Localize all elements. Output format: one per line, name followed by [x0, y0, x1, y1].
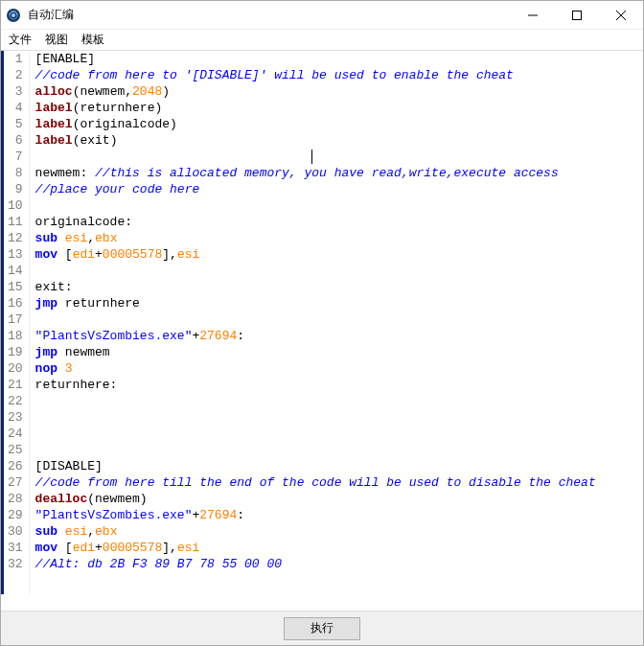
- code-line[interactable]: [35, 311, 596, 328]
- app-icon: [5, 7, 22, 24]
- code-line[interactable]: returnhere:: [35, 377, 596, 393]
- code-line[interactable]: label(returnhere): [35, 100, 596, 116]
- code-line[interactable]: mov [edi+00005578],esi: [35, 540, 596, 556]
- code-line[interactable]: exit:: [35, 279, 596, 295]
- code-line[interactable]: [DISABLE]: [35, 458, 596, 474]
- window-controls: [511, 1, 643, 30]
- maximize-button[interactable]: [555, 1, 599, 30]
- text-caret: [311, 150, 312, 164]
- code-line[interactable]: [35, 442, 596, 458]
- code-line[interactable]: jmp returnhere: [35, 295, 596, 311]
- code-line[interactable]: nop 3: [35, 360, 596, 377]
- bottom-bar: 执行: [1, 611, 643, 645]
- code-line[interactable]: //code from here till the end of the cod…: [35, 474, 596, 491]
- titlebar: 自动汇编: [1, 1, 643, 30]
- code-line[interactable]: [35, 426, 596, 442]
- editor-wrap: 1234567891011121314151617181920212223242…: [1, 51, 643, 611]
- menu-file[interactable]: 文件: [9, 32, 32, 48]
- code-line[interactable]: jmp newmem: [35, 344, 596, 360]
- code-line[interactable]: sub esi,ebx: [35, 523, 596, 540]
- code-line[interactable]: newmem: //this is allocated memory, you …: [35, 165, 596, 181]
- code-line[interactable]: [35, 393, 596, 409]
- code-area[interactable]: [ENABLE]//code from here to '[DISABLE]' …: [30, 51, 602, 594]
- code-line[interactable]: originalcode:: [35, 214, 596, 230]
- code-line[interactable]: [35, 263, 596, 279]
- code-line[interactable]: "PlantsVsZombies.exe"+27694:: [35, 507, 596, 523]
- code-line[interactable]: [35, 197, 596, 214]
- line-gutter: 1234567891011121314151617181920212223242…: [4, 51, 30, 594]
- code-line[interactable]: "PlantsVsZombies.exe"+27694:: [35, 328, 596, 344]
- menubar: 文件 视图 模板: [1, 30, 643, 51]
- code-line[interactable]: label(originalcode): [35, 116, 596, 132]
- code-line[interactable]: //place your code here: [35, 181, 596, 197]
- code-line[interactable]: //code from here to '[DISABLE]' will be …: [35, 67, 596, 83]
- code-line[interactable]: sub esi,ebx: [35, 230, 596, 246]
- minimize-button[interactable]: [511, 1, 555, 30]
- close-button[interactable]: [599, 1, 643, 30]
- code-line[interactable]: label(exit): [35, 132, 596, 149]
- code-line[interactable]: //Alt: db 2B F3 89 B7 78 55 00 00: [35, 556, 596, 572]
- svg-rect-3: [573, 11, 582, 19]
- horizontal-scrollbar[interactable]: [1, 594, 643, 611]
- code-line[interactable]: [35, 409, 596, 426]
- code-editor[interactable]: 1234567891011121314151617181920212223242…: [1, 51, 643, 594]
- code-line[interactable]: [ENABLE]: [35, 51, 596, 67]
- code-line[interactable]: dealloc(newmem): [35, 491, 596, 507]
- menu-view[interactable]: 视图: [45, 32, 68, 48]
- code-line[interactable]: alloc(newmem,2048): [35, 83, 596, 100]
- code-line[interactable]: mov [edi+00005578],esi: [35, 246, 596, 263]
- execute-button[interactable]: 执行: [284, 617, 360, 640]
- svg-point-1: [12, 13, 15, 17]
- code-line[interactable]: [35, 149, 596, 165]
- window-title: 自动汇编: [28, 7, 511, 23]
- menu-template[interactable]: 模板: [81, 32, 104, 48]
